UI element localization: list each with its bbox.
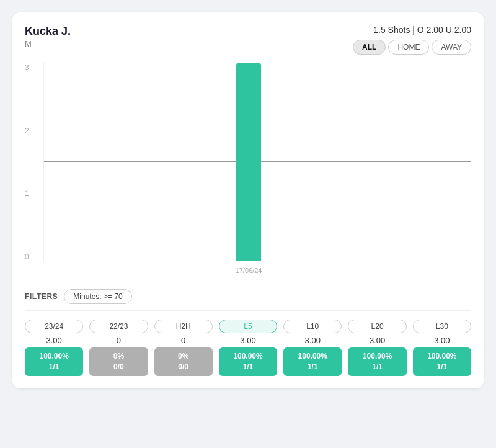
col-badge-l10: 100.00%1/1: [283, 347, 342, 376]
col-value-l30: 3.00: [434, 336, 450, 345]
filters-row: FILTERS Minutes: >= 70: [25, 280, 471, 311]
main-card: Kucka J. M 1.5 Shots | O 2.00 U 2.00 ALL…: [12, 12, 484, 388]
x-label-date: 17/06/24: [236, 267, 262, 274]
col-value-h2h: 0: [181, 336, 185, 345]
chart-plot: 3 17/06/24: [43, 63, 471, 261]
filter-away-button[interactable]: AWAY: [432, 40, 471, 55]
stats-col-l5: L5 3.00 100.00%1/1: [219, 320, 277, 376]
y-label-0: 0: [25, 253, 29, 261]
y-axis: 3 2 1 0: [25, 63, 34, 261]
col-header-l5[interactable]: L5: [219, 320, 277, 333]
col-value-2324: 3.00: [46, 336, 61, 345]
stats-table: 23/24 3.00 100.00%1/1 22/23 0 0%0/0 H2H …: [25, 320, 471, 376]
stats-cols: 23/24 3.00 100.00%1/1 22/23 0 0%0/0 H2H …: [25, 320, 471, 376]
col-badge-2223: 0%0/0: [89, 347, 148, 376]
filter-home-button[interactable]: HOME: [388, 40, 429, 55]
col-value-l5: 3.00: [240, 336, 255, 345]
player-position: M: [25, 39, 71, 48]
col-badge-l30: 100.00%1/1: [413, 347, 471, 376]
stats-col-2223: 22/23 0 0%0/0: [89, 320, 148, 376]
stats-text: 1.5 Shots | O 2.00 U 2.00: [373, 25, 471, 35]
player-name: Kucka J.: [25, 25, 71, 38]
stats-col-h2h: H2H 0 0%0/0: [154, 320, 213, 376]
col-header-2324[interactable]: 23/24: [25, 320, 83, 333]
y-label-2: 2: [25, 127, 29, 135]
filters-label: FILTERS: [25, 292, 58, 301]
col-value-2223: 0: [117, 336, 121, 345]
bar-value-label: 3: [236, 51, 261, 60]
col-value-l10: 3.00: [305, 336, 321, 345]
col-badge-l20: 100.00%1/1: [348, 347, 406, 376]
bar-container: 3: [236, 63, 261, 261]
chart-area: 3 2 1 0 3 17/06/24: [25, 63, 471, 280]
y-label-3: 3: [25, 63, 29, 72]
col-badge-h2h: 0%0/0: [154, 347, 213, 376]
header-right: 1.5 Shots | O 2.00 U 2.00 ALL HOME AWAY: [353, 25, 471, 55]
y-label-1: 1: [25, 189, 29, 198]
col-header-h2h[interactable]: H2H: [154, 320, 213, 333]
stats-col-2324: 23/24 3.00 100.00%1/1: [25, 320, 83, 376]
stats-col-l30: L30 3.00 100.00%1/1: [413, 320, 471, 376]
col-header-2223[interactable]: 22/23: [89, 320, 148, 333]
bar: 3: [236, 63, 261, 261]
col-value-l20: 3.00: [370, 336, 385, 345]
col-header-l30[interactable]: L30: [413, 320, 471, 333]
filter-chip-minutes[interactable]: Minutes: >= 70: [64, 289, 131, 304]
col-badge-l5: 100.00%1/1: [219, 347, 277, 376]
player-info: Kucka J. M: [25, 25, 71, 48]
col-header-l20[interactable]: L20: [348, 320, 406, 333]
card-header: Kucka J. M 1.5 Shots | O 2.00 U 2.00 ALL…: [25, 25, 471, 55]
filter-all-button[interactable]: ALL: [353, 40, 386, 55]
col-badge-2324: 100.00%1/1: [25, 347, 83, 376]
stats-col-l20: L20 3.00 100.00%1/1: [348, 320, 406, 376]
stats-col-l10: L10 3.00 100.00%1/1: [283, 320, 342, 376]
col-header-l10[interactable]: L10: [283, 320, 342, 333]
view-filter-buttons: ALL HOME AWAY: [353, 40, 471, 55]
